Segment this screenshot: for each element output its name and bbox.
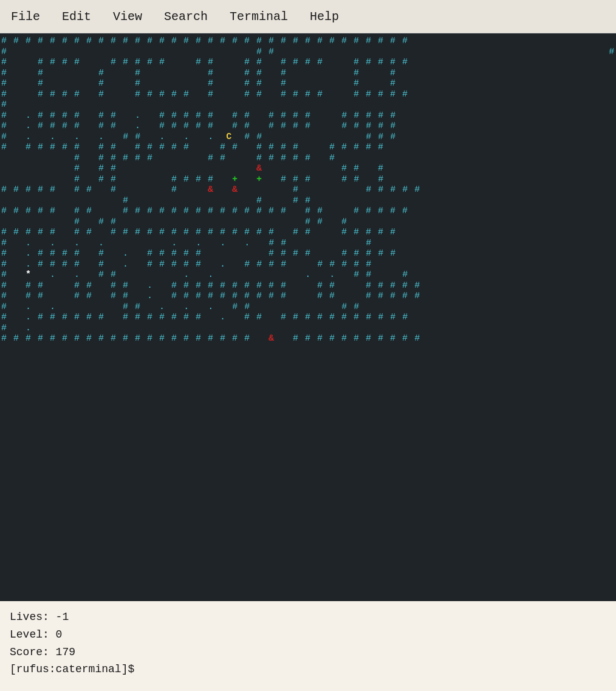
menu-bar: File Edit View Search Terminal Help <box>0 0 616 33</box>
prompt-display: [rufus:caterminal]$ <box>10 661 606 678</box>
menu-view[interactable]: View <box>108 7 147 26</box>
menu-file[interactable]: File <box>6 7 45 26</box>
menu-help[interactable]: Help <box>305 7 344 26</box>
score-display: Score: 179 <box>10 644 606 661</box>
status-bar: Lives: -1 Level: 0 Score: 179 [rufus:cat… <box>0 601 616 686</box>
terminal-content: # # # # # # # # # # # # # # # # # # # # … <box>1 36 615 344</box>
terminal-display[interactable]: # # # # # # # # # # # # # # # # # # # # … <box>0 33 616 601</box>
level-display: Level: 0 <box>10 626 606 644</box>
menu-edit[interactable]: Edit <box>57 7 96 26</box>
menu-search[interactable]: Search <box>159 7 213 26</box>
menu-terminal[interactable]: Terminal <box>225 7 293 26</box>
lives-display: Lives: -1 <box>10 608 606 626</box>
